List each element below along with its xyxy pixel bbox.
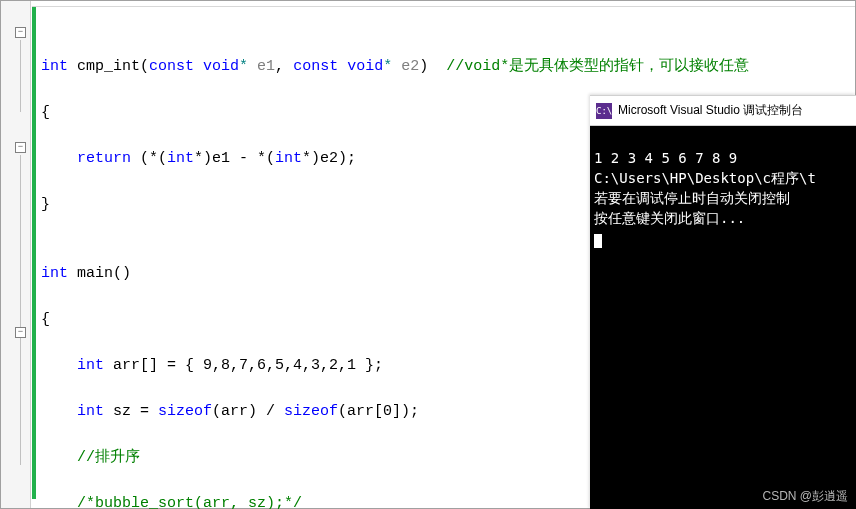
console-titlebar[interactable]: C:\ Microsoft Visual Studio 调试控制台	[590, 96, 856, 126]
fold-toggle-icon[interactable]: −	[15, 142, 26, 153]
fold-guide-line	[20, 40, 21, 112]
code-line: int cmp_int(const void* e1, const void* …	[41, 55, 749, 78]
console-line: 若要在调试停止时自动关闭控制	[594, 190, 790, 206]
watermark-text: CSDN @彭逍遥	[762, 488, 848, 505]
debug-console-window[interactable]: C:\ Microsoft Visual Studio 调试控制台 1 2 3 …	[590, 95, 856, 509]
editor-top-strip	[32, 1, 855, 7]
console-line: 1 2 3 4 5 6 7 8 9	[594, 150, 737, 166]
console-output: 1 2 3 4 5 6 7 8 9 C:\Users\HP\Desktop\c程…	[590, 126, 856, 270]
fold-toggle-icon[interactable]: −	[15, 327, 26, 338]
console-line: C:\Users\HP\Desktop\c程序\t	[594, 170, 816, 186]
console-app-icon: C:\	[596, 103, 612, 119]
change-indicator-bar	[32, 7, 36, 499]
console-cursor	[594, 234, 602, 248]
console-title-text: Microsoft Visual Studio 调试控制台	[618, 102, 803, 119]
fold-toggle-icon[interactable]: −	[15, 27, 26, 38]
fold-guide-line	[20, 155, 21, 465]
editor-margin	[1, 1, 31, 508]
console-line: 按任意键关闭此窗口...	[594, 210, 745, 226]
